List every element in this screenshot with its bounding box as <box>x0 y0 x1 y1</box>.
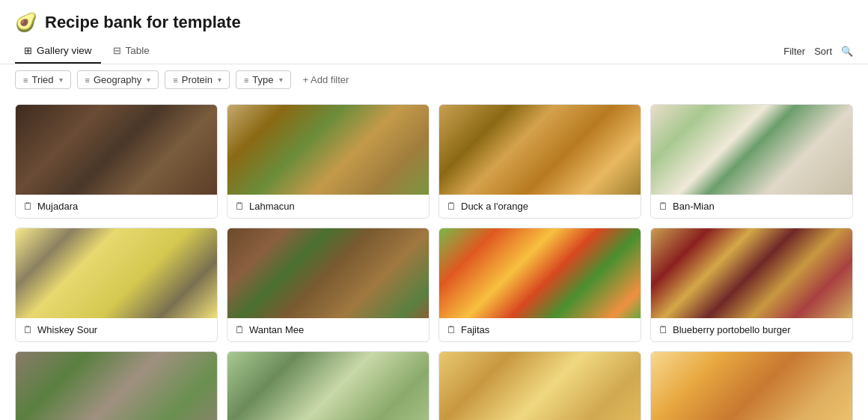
gallery-card[interactable]: 🗒Whiskey Sour <box>15 228 218 342</box>
card-name: Duck a l'orange <box>461 201 528 212</box>
card-label: 🗒Fajitas <box>439 318 641 341</box>
card-name: Ban-Mian <box>673 201 715 212</box>
list-icon-2: ≡ <box>85 76 90 85</box>
gallery-grid: 🗒Mujadara🗒Lahmacun🗒Duck a l'orange🗒Ban-M… <box>0 95 868 420</box>
card-image <box>16 228 217 318</box>
gallery-card[interactable]: 🗒Duck a l'orange <box>438 104 641 219</box>
card-label: 🗒Lahmacun <box>227 195 429 218</box>
filter-geography-label: Geography <box>94 74 141 85</box>
table-icon: ⊟ <box>113 45 121 56</box>
document-icon: 🗒 <box>658 201 668 212</box>
card-image <box>16 352 217 420</box>
filter-toolbar: ≡ Tried ▾ ≡ Geography ▾ ≡ Protein ▾ ≡ Ty… <box>0 64 868 95</box>
page-title: Recipe bank for template <box>45 13 241 32</box>
filter-tried-button[interactable]: ≡ Tried ▾ <box>15 70 71 89</box>
sort-action-label: Sort <box>814 46 832 57</box>
tab-gallery-view[interactable]: ⊞ Gallery view <box>15 39 101 64</box>
gallery-card[interactable] <box>650 351 853 420</box>
card-image <box>439 228 641 318</box>
document-icon: 🗒 <box>23 324 33 335</box>
header-actions: Filter Sort 🔍 <box>783 46 853 57</box>
filter-protein-label: Protein <box>182 74 213 85</box>
card-label: 🗒Ban-Mian <box>651 195 852 218</box>
card-image <box>16 105 217 195</box>
search-action-button[interactable]: 🔍 <box>841 46 853 57</box>
chevron-down-icon-3: ▾ <box>218 76 221 84</box>
card-name: Whiskey Sour <box>37 324 97 335</box>
gallery-card[interactable]: 🗒Ban-Mian <box>650 104 853 219</box>
chevron-down-icon-4: ▾ <box>279 76 283 84</box>
card-image <box>651 352 852 420</box>
gallery-card[interactable]: 🗒Fajitas <box>438 228 641 342</box>
document-icon: 🗒 <box>447 324 456 335</box>
gallery-card[interactable]: 🗒Mujadara <box>15 104 218 219</box>
table-view-label: Table <box>126 45 150 56</box>
filter-action-button[interactable]: Filter <box>783 46 805 57</box>
card-name: Lahmacun <box>249 201 295 212</box>
tab-table-view[interactable]: ⊟ Table <box>104 39 159 64</box>
card-name: Mujadara <box>37 201 78 212</box>
filter-type-label: Type <box>252 74 273 85</box>
card-image <box>439 352 641 420</box>
card-image <box>227 352 429 420</box>
gallery-card[interactable]: 🗒Blueberry portobello burger <box>650 228 853 342</box>
gallery-card[interactable] <box>15 351 218 420</box>
card-name: Wantan Mee <box>249 324 304 335</box>
document-icon: 🗒 <box>23 201 33 212</box>
view-tabs: ⊞ Gallery view ⊟ Table Filter Sort 🔍 <box>0 39 868 64</box>
list-icon: ≡ <box>23 76 28 85</box>
gallery-card[interactable]: 🗒Lahmacun <box>227 104 430 219</box>
filter-type-button[interactable]: ≡ Type ▾ <box>236 70 291 89</box>
filter-geography-button[interactable]: ≡ Geography ▾ <box>77 70 159 89</box>
gallery-icon: ⊞ <box>24 45 32 56</box>
card-label: 🗒Blueberry portobello burger <box>651 318 852 341</box>
document-icon: 🗒 <box>235 201 245 212</box>
card-label: 🗒Wantan Mee <box>227 318 429 341</box>
card-label: 🗒Duck a l'orange <box>439 195 641 218</box>
document-icon: 🗒 <box>235 324 245 335</box>
card-name: Fajitas <box>461 324 489 335</box>
document-icon: 🗒 <box>658 324 668 335</box>
list-icon-3: ≡ <box>173 76 177 85</box>
gallery-card[interactable] <box>438 351 641 420</box>
page-header: 🥑 Recipe bank for template <box>0 0 868 39</box>
chevron-down-icon-2: ▾ <box>147 76 150 84</box>
filter-tried-label: Tried <box>31 74 53 85</box>
card-label: 🗒Whiskey Sour <box>16 318 217 341</box>
filter-protein-button[interactable]: ≡ Protein ▾ <box>165 70 230 89</box>
search-icon: 🔍 <box>841 46 853 57</box>
card-image <box>227 228 429 318</box>
document-icon: 🗒 <box>447 201 456 212</box>
card-image <box>651 105 852 195</box>
chevron-down-icon: ▾ <box>59 76 63 84</box>
list-icon-4: ≡ <box>244 76 248 85</box>
header-emoji: 🥑 <box>15 12 37 33</box>
card-image <box>651 228 852 318</box>
card-label: 🗒Mujadara <box>16 195 217 218</box>
card-name: Blueberry portobello burger <box>673 324 791 335</box>
add-filter-button[interactable]: + Add filter <box>297 71 355 88</box>
card-image <box>227 105 429 195</box>
card-image <box>439 105 641 195</box>
gallery-view-label: Gallery view <box>37 45 92 56</box>
filter-action-label: Filter <box>783 46 805 57</box>
add-filter-label: + Add filter <box>303 74 349 85</box>
gallery-card[interactable]: 🗒Wantan Mee <box>227 228 430 342</box>
sort-action-button[interactable]: Sort <box>814 46 832 57</box>
gallery-card[interactable] <box>227 351 430 420</box>
